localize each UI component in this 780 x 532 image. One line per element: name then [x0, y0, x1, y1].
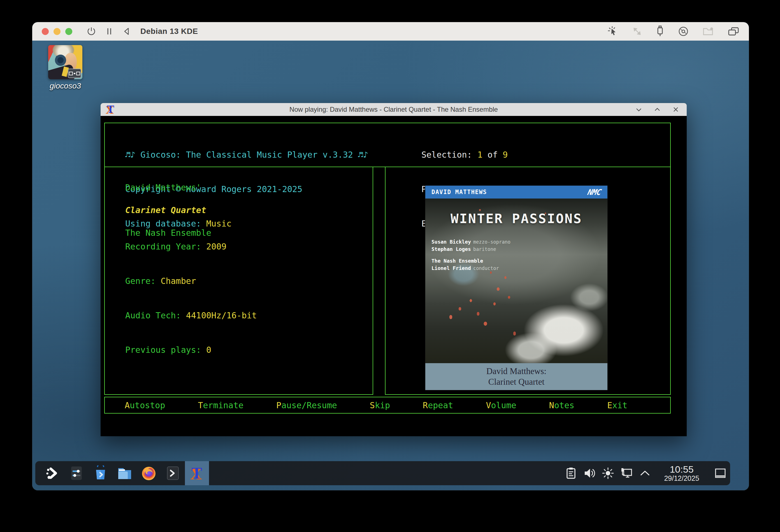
player-window-title: Now playing: David Matthews - Clarinet Q… [101, 106, 687, 113]
header-panel: ♬♪ Giocoso: The Classical Music Player v… [104, 123, 671, 167]
optical-disc-icon[interactable] [678, 26, 689, 37]
close-icon[interactable] [672, 106, 679, 113]
album-header-bar: DAVID MATTHEWS NMC [425, 185, 607, 199]
minimize-traffic-light[interactable] [53, 28, 60, 35]
previous-plays-row: Previous plays: 0 [125, 344, 257, 356]
album-art-panel: DAVID MATTHEWS NMC WINTER PASSIONS Susan… [385, 167, 671, 395]
album-cover: DAVID MATTHEWS NMC WINTER PASSIONS Susan… [425, 185, 607, 390]
credit-row: Stephan Logesbaritone [432, 246, 510, 253]
show-desktop-icon[interactable] [713, 465, 728, 482]
clock-date: 29/12/2025 [658, 475, 705, 482]
back-icon[interactable] [123, 27, 131, 36]
file-manager-icon[interactable] [113, 461, 137, 485]
vm-titlebar: Debian 13 KDE [32, 22, 749, 41]
usb-device-icon[interactable] [656, 25, 664, 37]
giocoso-task-icon: X T [190, 465, 204, 481]
nmc-label-logo: NMC [587, 188, 602, 197]
album-artist: DAVID MATTHEWS [432, 189, 487, 196]
brightness-icon[interactable] [601, 466, 615, 480]
digital-clock[interactable]: 10:55 29/12/2025 [658, 464, 705, 482]
clock-time: 10:55 [658, 464, 705, 475]
menu-item-exit[interactable]: Exit [607, 401, 627, 410]
menu-item-skip[interactable]: Skip [370, 401, 390, 410]
player-window: X T Now playing: David Matthews - Clarin… [101, 103, 687, 436]
credit-row: The Nash Ensemble [432, 257, 510, 265]
vm-window-title: Debian 13 KDE [140, 27, 198, 36]
menu-item-pause-resume[interactable]: Pause/Resume [276, 401, 337, 410]
credit-row: Lionel Friendconductor [432, 265, 510, 272]
selection-row: Selection:1 of 9 [421, 149, 579, 160]
resize-icon [632, 26, 642, 37]
expand-tray-icon[interactable] [638, 466, 652, 480]
audio-tech-row: Audio Tech: 44100Hz/16-bit [125, 310, 257, 321]
shared-folder-icon [702, 26, 714, 37]
track-composer: David Matthews' [125, 182, 211, 193]
firefox-icon[interactable] [137, 461, 161, 485]
menu-item-volume[interactable]: Volume [486, 401, 516, 410]
system-settings-icon[interactable] [64, 461, 89, 485]
power-icon[interactable] [87, 26, 96, 36]
credit-row: Susan Bickleymezzo-soprano [432, 238, 510, 246]
zoom-traffic-light[interactable] [65, 28, 72, 35]
player-titlebar[interactable]: X T Now playing: David Matthews - Clarin… [101, 103, 687, 116]
app-launcher-icon[interactable] [40, 461, 64, 485]
menu-item-autostop[interactable]: Autostop [125, 401, 165, 410]
clipboard-icon[interactable] [564, 466, 578, 480]
genre-row: Genre: Chamber [125, 275, 257, 287]
konsole-icon[interactable] [161, 461, 185, 485]
display-windows-icon[interactable] [728, 26, 739, 37]
close-traffic-light[interactable] [42, 28, 49, 35]
album-title: WINTER PASSIONS [425, 211, 607, 226]
network-icon[interactable] [619, 466, 634, 480]
player-menu-bar: Autostop Terminate Pause/Resume Skip Rep… [104, 397, 671, 414]
minimize-icon[interactable] [635, 106, 642, 113]
desktop: giocoso3 X T Now playing: David Matthews… [32, 41, 749, 490]
menu-item-repeat[interactable]: Repeat [423, 401, 453, 410]
shortcut-link-badge-icon [68, 69, 81, 78]
pointer-capture-icon[interactable] [607, 26, 618, 37]
track-work: Clarinet Quartet [125, 204, 211, 216]
taskbar-giocoso-active[interactable]: X T [185, 461, 209, 485]
menu-item-terminate[interactable]: Terminate [198, 401, 244, 410]
album-painting: WINTER PASSIONS Susan Bickleymezzo-sopra… [425, 199, 607, 363]
album-caption: David Matthews: Clarinet Quartet [425, 363, 607, 390]
volume-icon[interactable] [582, 466, 597, 480]
menu-item-notes[interactable]: Notes [549, 401, 574, 410]
album-credits: Susan Bickleymezzo-soprano Stephan Loges… [432, 238, 510, 272]
app-title-line: ♬♪ Giocoso: The Classical Music Player v… [125, 149, 368, 160]
vm-window: Debian 13 KDE [32, 22, 749, 490]
giocoso-terminal: ♬♪ Giocoso: The Classical Music Player v… [101, 116, 687, 436]
maximize-icon[interactable] [654, 106, 661, 113]
recording-year-row: Recording Year: 2009 [125, 241, 257, 252]
giocoso-shortcut-icon[interactable] [48, 45, 82, 79]
shortcut-label: giocoso3 [46, 82, 84, 91]
discover-icon[interactable] [89, 461, 113, 485]
track-info-panel: David Matthews' Clarinet Quartet The Nas… [104, 167, 373, 395]
desktop-shortcut-giocoso3[interactable]: giocoso3 [46, 45, 84, 91]
taskbar: X T [35, 461, 730, 485]
pause-icon[interactable] [106, 27, 113, 36]
